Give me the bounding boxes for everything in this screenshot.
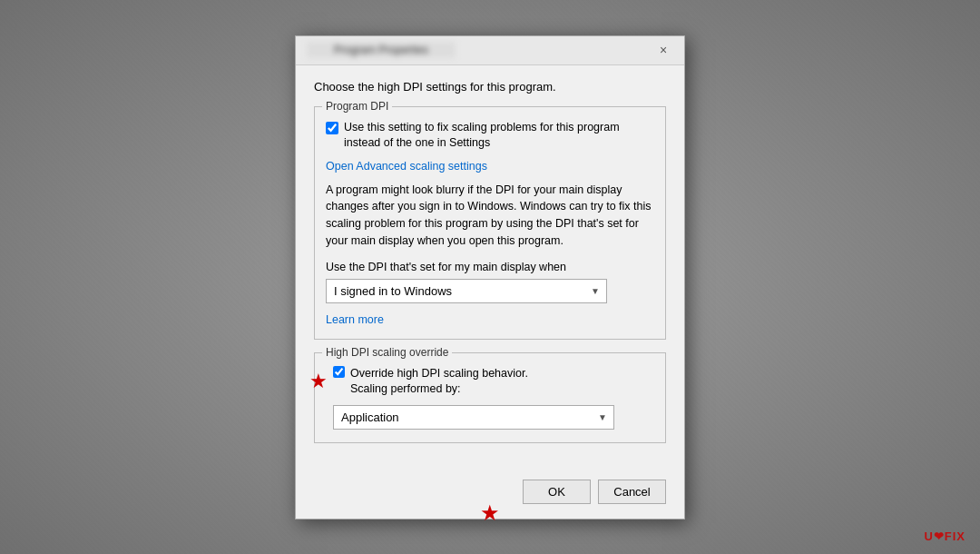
star-icon-left: ★ bbox=[309, 370, 328, 393]
ok-button[interactable]: OK bbox=[523, 480, 591, 504]
learn-more-row: Learn more bbox=[326, 312, 654, 326]
program-dpi-checkbox-label: Use this setting to fix scaling problems… bbox=[344, 120, 654, 152]
dropdown-label-main: Use the DPI that's set for my main displ… bbox=[326, 261, 654, 273]
watermark: U❤FIX bbox=[924, 529, 965, 543]
cancel-button[interactable]: Cancel bbox=[598, 480, 666, 504]
program-dpi-group: Program DPI Use this setting to fix scal… bbox=[314, 106, 666, 340]
title-bar-text: Program Properties bbox=[307, 42, 456, 58]
high-dpi-group: High DPI scaling override ★ Override hig… bbox=[314, 352, 666, 443]
learn-more-link[interactable]: Learn more bbox=[326, 313, 384, 326]
scaling-dropdown[interactable]: Application System System (Enhanced) bbox=[333, 405, 614, 430]
override-checkbox-row: ★ Override high DPI scaling behavior.Sca… bbox=[333, 366, 654, 398]
dialog-footer: OK Cancel ★ bbox=[296, 470, 684, 519]
main-display-dropdown[interactable]: I signed in to Windows I open this progr… bbox=[326, 279, 607, 303]
dialog-content: Choose the high DPI settings for this pr… bbox=[296, 65, 684, 470]
advanced-scaling-link[interactable]: Open Advanced scaling settings bbox=[326, 160, 487, 173]
program-dpi-label: Program DPI bbox=[322, 100, 392, 113]
dialog-heading: Choose the high DPI settings for this pr… bbox=[314, 80, 666, 94]
dialog-window: Program Properties × Choose the high DPI… bbox=[295, 35, 685, 519]
main-display-dropdown-wrapper: I signed in to Windows I open this progr… bbox=[326, 279, 607, 303]
override-checkbox[interactable] bbox=[333, 366, 345, 378]
star-icon-bottom: ★ bbox=[480, 500, 500, 526]
close-icon: × bbox=[660, 43, 667, 57]
program-dpi-description: A program might look blurry if the DPI f… bbox=[326, 182, 654, 250]
close-button[interactable]: × bbox=[653, 40, 673, 60]
override-checkbox-label: Override high DPI scaling behavior.Scali… bbox=[350, 366, 528, 398]
high-dpi-label: High DPI scaling override bbox=[322, 346, 452, 359]
program-dpi-checkbox[interactable] bbox=[326, 122, 338, 134]
program-dpi-checkbox-row: Use this setting to fix scaling problems… bbox=[326, 120, 654, 152]
scaling-dropdown-wrapper: Application System System (Enhanced) ▼ bbox=[333, 405, 614, 430]
watermark-u: U bbox=[924, 529, 933, 543]
watermark-heart: ❤ bbox=[934, 529, 945, 543]
watermark-fix: FIX bbox=[945, 529, 965, 543]
title-bar: Program Properties × bbox=[296, 36, 684, 65]
